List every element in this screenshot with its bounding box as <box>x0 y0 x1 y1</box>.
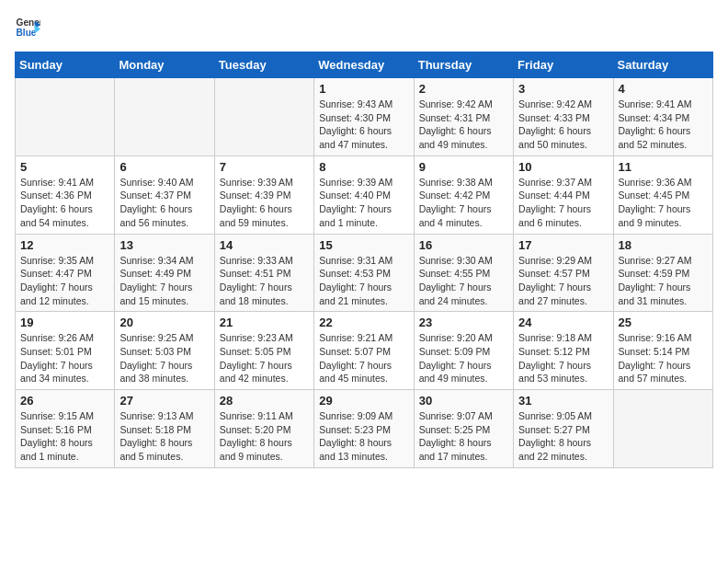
day-info: Sunrise: 9:05 AM Sunset: 5:27 PM Dayligh… <box>518 409 608 464</box>
day-number: 26 <box>20 394 109 408</box>
day-number: 9 <box>419 160 508 174</box>
day-info: Sunrise: 9:35 AM Sunset: 4:47 PM Dayligh… <box>20 254 109 308</box>
calendar-cell: 19Sunrise: 9:26 AM Sunset: 5:01 PM Dayli… <box>16 312 115 390</box>
day-info: Sunrise: 9:31 AM Sunset: 4:53 PM Dayligh… <box>319 254 408 308</box>
calendar-cell: 3Sunrise: 9:42 AM Sunset: 4:33 PM Daylig… <box>514 78 613 156</box>
calendar-cell <box>115 78 214 156</box>
day-number: 2 <box>419 82 508 96</box>
day-number: 4 <box>619 82 708 96</box>
page-header: General Blue <box>15 15 713 40</box>
calendar-cell: 26Sunrise: 9:15 AM Sunset: 5:16 PM Dayli… <box>16 390 115 468</box>
day-info: Sunrise: 9:36 AM Sunset: 4:45 PM Dayligh… <box>619 176 708 230</box>
calendar-cell: 15Sunrise: 9:31 AM Sunset: 4:53 PM Dayli… <box>314 234 414 312</box>
calendar-cell: 6Sunrise: 9:40 AM Sunset: 4:37 PM Daylig… <box>115 155 214 234</box>
day-info: Sunrise: 9:18 AM Sunset: 5:12 PM Dayligh… <box>518 331 608 385</box>
day-info: Sunrise: 9:43 AM Sunset: 4:30 PM Dayligh… <box>319 98 408 152</box>
calendar-cell: 12Sunrise: 9:35 AM Sunset: 4:47 PM Dayli… <box>16 234 115 312</box>
day-number: 28 <box>220 394 309 408</box>
day-number: 25 <box>619 316 708 329</box>
day-number: 5 <box>20 160 109 174</box>
day-info: Sunrise: 9:37 AM Sunset: 4:44 PM Dayligh… <box>518 176 608 230</box>
day-info: Sunrise: 9:41 AM Sunset: 4:34 PM Dayligh… <box>619 98 708 152</box>
day-info: Sunrise: 9:42 AM Sunset: 4:33 PM Dayligh… <box>518 98 608 152</box>
calendar-cell: 28Sunrise: 9:11 AM Sunset: 5:20 PM Dayli… <box>214 390 313 468</box>
day-number: 29 <box>319 394 408 408</box>
calendar-cell: 8Sunrise: 9:39 AM Sunset: 4:40 PM Daylig… <box>314 155 414 234</box>
day-number: 19 <box>20 316 109 329</box>
calendar-cell: 1Sunrise: 9:43 AM Sunset: 4:30 PM Daylig… <box>314 78 414 156</box>
day-of-week-header: Sunday <box>16 52 115 78</box>
day-number: 6 <box>119 160 209 174</box>
day-info: Sunrise: 9:13 AM Sunset: 5:18 PM Dayligh… <box>119 409 209 464</box>
day-number: 23 <box>419 316 508 329</box>
calendar-cell: 18Sunrise: 9:27 AM Sunset: 4:59 PM Dayli… <box>613 234 712 312</box>
calendar-cell: 9Sunrise: 9:38 AM Sunset: 4:42 PM Daylig… <box>414 155 513 234</box>
calendar-cell: 21Sunrise: 9:23 AM Sunset: 5:05 PM Dayli… <box>214 312 313 390</box>
day-info: Sunrise: 9:39 AM Sunset: 4:40 PM Dayligh… <box>319 176 408 230</box>
calendar-cell: 14Sunrise: 9:33 AM Sunset: 4:51 PM Dayli… <box>214 234 313 312</box>
day-info: Sunrise: 9:29 AM Sunset: 4:57 PM Dayligh… <box>518 254 608 308</box>
day-number: 11 <box>619 160 708 174</box>
calendar-cell: 25Sunrise: 9:16 AM Sunset: 5:14 PM Dayli… <box>613 312 712 390</box>
day-info: Sunrise: 9:25 AM Sunset: 5:03 PM Dayligh… <box>119 331 209 385</box>
day-of-week-header: Thursday <box>414 52 513 78</box>
day-number: 7 <box>220 160 309 174</box>
day-number: 30 <box>419 394 508 408</box>
day-number: 12 <box>20 238 109 252</box>
calendar-week-row: 1Sunrise: 9:43 AM Sunset: 4:30 PM Daylig… <box>16 78 713 156</box>
day-number: 24 <box>518 316 608 329</box>
day-info: Sunrise: 9:15 AM Sunset: 5:16 PM Dayligh… <box>20 409 109 464</box>
calendar-cell: 30Sunrise: 9:07 AM Sunset: 5:25 PM Dayli… <box>414 390 513 468</box>
day-number: 10 <box>518 160 608 174</box>
day-info: Sunrise: 9:26 AM Sunset: 5:01 PM Dayligh… <box>20 331 109 385</box>
calendar-cell: 4Sunrise: 9:41 AM Sunset: 4:34 PM Daylig… <box>613 78 712 156</box>
day-number: 18 <box>619 238 708 252</box>
calendar-week-row: 26Sunrise: 9:15 AM Sunset: 5:16 PM Dayli… <box>16 390 713 468</box>
day-number: 21 <box>220 316 309 329</box>
day-info: Sunrise: 9:20 AM Sunset: 5:09 PM Dayligh… <box>419 331 508 385</box>
calendar-cell: 17Sunrise: 9:29 AM Sunset: 4:57 PM Dayli… <box>514 234 613 312</box>
day-of-week-header: Tuesday <box>214 52 313 78</box>
day-info: Sunrise: 9:39 AM Sunset: 4:39 PM Dayligh… <box>220 176 309 230</box>
day-number: 16 <box>419 238 508 252</box>
day-number: 1 <box>319 82 408 96</box>
calendar-cell: 7Sunrise: 9:39 AM Sunset: 4:39 PM Daylig… <box>214 155 313 234</box>
calendar-week-row: 5Sunrise: 9:41 AM Sunset: 4:36 PM Daylig… <box>16 155 713 234</box>
day-number: 8 <box>319 160 408 174</box>
calendar-cell: 23Sunrise: 9:20 AM Sunset: 5:09 PM Dayli… <box>414 312 513 390</box>
day-info: Sunrise: 9:11 AM Sunset: 5:20 PM Dayligh… <box>220 409 309 464</box>
calendar-cell: 31Sunrise: 9:05 AM Sunset: 5:27 PM Dayli… <box>514 390 613 468</box>
logo-icon: General Blue <box>15 15 40 40</box>
day-number: 14 <box>220 238 309 252</box>
day-number: 27 <box>119 394 209 408</box>
calendar-table: SundayMondayTuesdayWednesdayThursdayFrid… <box>15 52 713 468</box>
day-info: Sunrise: 9:33 AM Sunset: 4:51 PM Dayligh… <box>220 254 309 308</box>
logo: General Blue <box>15 15 40 40</box>
calendar-cell <box>214 78 313 156</box>
calendar-week-row: 19Sunrise: 9:26 AM Sunset: 5:01 PM Dayli… <box>16 312 713 390</box>
day-info: Sunrise: 9:38 AM Sunset: 4:42 PM Dayligh… <box>419 176 508 230</box>
day-info: Sunrise: 9:41 AM Sunset: 4:36 PM Dayligh… <box>20 176 109 230</box>
day-number: 3 <box>518 82 608 96</box>
calendar-cell: 2Sunrise: 9:42 AM Sunset: 4:31 PM Daylig… <box>414 78 513 156</box>
calendar-cell: 27Sunrise: 9:13 AM Sunset: 5:18 PM Dayli… <box>115 390 214 468</box>
day-info: Sunrise: 9:16 AM Sunset: 5:14 PM Dayligh… <box>619 331 708 385</box>
day-of-week-header: Friday <box>514 52 613 78</box>
calendar-cell: 5Sunrise: 9:41 AM Sunset: 4:36 PM Daylig… <box>16 155 115 234</box>
calendar-cell <box>16 78 115 156</box>
calendar-cell: 22Sunrise: 9:21 AM Sunset: 5:07 PM Dayli… <box>314 312 414 390</box>
calendar-cell <box>613 390 712 468</box>
day-number: 20 <box>119 316 209 329</box>
calendar-cell: 24Sunrise: 9:18 AM Sunset: 5:12 PM Dayli… <box>514 312 613 390</box>
calendar-cell: 16Sunrise: 9:30 AM Sunset: 4:55 PM Dayli… <box>414 234 513 312</box>
day-of-week-header: Wednesday <box>314 52 414 78</box>
day-info: Sunrise: 9:34 AM Sunset: 4:49 PM Dayligh… <box>119 254 209 308</box>
calendar-week-row: 12Sunrise: 9:35 AM Sunset: 4:47 PM Dayli… <box>16 234 713 312</box>
day-info: Sunrise: 9:09 AM Sunset: 5:23 PM Dayligh… <box>319 409 408 464</box>
day-number: 22 <box>319 316 408 329</box>
calendar-cell: 11Sunrise: 9:36 AM Sunset: 4:45 PM Dayli… <box>613 155 712 234</box>
day-info: Sunrise: 9:27 AM Sunset: 4:59 PM Dayligh… <box>619 254 708 308</box>
day-info: Sunrise: 9:23 AM Sunset: 5:05 PM Dayligh… <box>220 331 309 385</box>
day-number: 31 <box>518 394 608 408</box>
svg-text:Blue: Blue <box>17 28 37 38</box>
